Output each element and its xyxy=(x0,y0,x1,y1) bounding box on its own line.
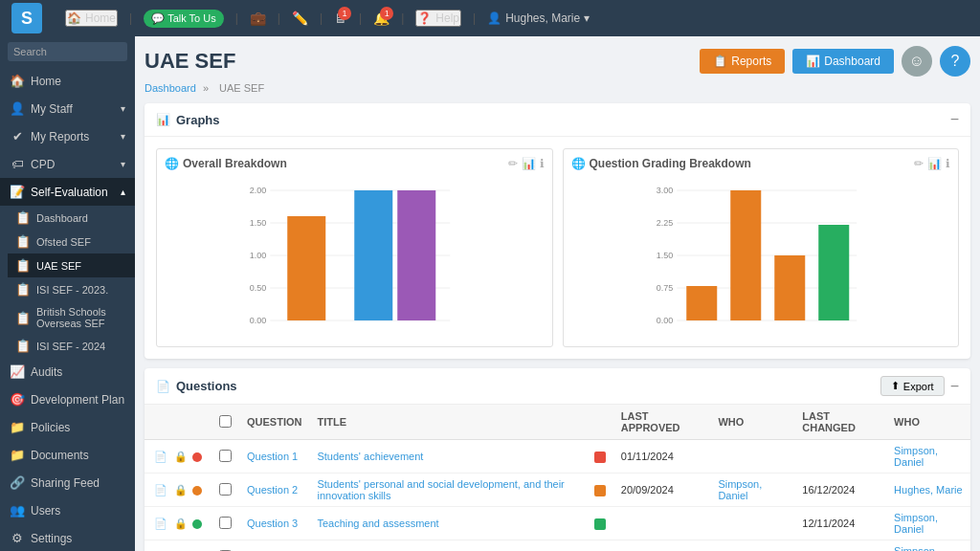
smiley-icon: ☺ xyxy=(909,53,924,70)
overall-chart-svg-container: 2.00 1.50 1.00 0.50 0.00 xyxy=(165,176,545,339)
policies-icon: 📁 xyxy=(10,420,25,434)
row-lock-icon-btn[interactable]: 🔒 xyxy=(172,484,189,496)
suitcase-icon-btn[interactable]: 💼 xyxy=(250,11,266,26)
row-title-link-q2[interactable]: Students' personal and social developmen… xyxy=(317,478,564,501)
row-file-icon-btn[interactable]: 📄 xyxy=(152,451,169,463)
sidebar-item-selfeval[interactable]: 📝 Self-Evaluation ▴ xyxy=(0,178,135,206)
home-sidebar-icon: 🏠 xyxy=(10,74,25,88)
row-lock-icon-btn[interactable]: 🔒 xyxy=(172,518,189,530)
row-question-cell: Question 1 xyxy=(239,440,309,474)
sidebar-item-audits[interactable]: 📈 Audits xyxy=(0,358,135,386)
export-button[interactable]: ⬆ Export xyxy=(880,376,945,396)
help-circle-button[interactable]: ? xyxy=(940,46,970,77)
row-question-cell: Question 2 xyxy=(239,474,309,507)
reports-toggle-icon: ▾ xyxy=(121,131,125,142)
select-all-checkbox[interactable] xyxy=(219,415,232,428)
row-who-changed-link-q2[interactable]: Hughes, Marie xyxy=(894,484,963,496)
sidebar-item-mystaff[interactable]: 👤 My Staff ▾ xyxy=(0,95,135,122)
row-file-icon-btn[interactable]: 📄 xyxy=(152,518,169,530)
sidebar-item-policies[interactable]: 📁 Policies xyxy=(0,413,135,441)
charts-row: 🌐 Overall Breakdown ✏ 📊 ℹ 2.00 xyxy=(145,137,970,359)
row-who-approved-cell xyxy=(710,440,794,474)
sidebar-item-ofsted[interactable]: 📋 Ofsted SEF xyxy=(8,230,135,253)
nav-sep-3: | xyxy=(278,11,280,25)
sidebar-item-cpd[interactable]: 🏷 CPD ▾ xyxy=(0,150,135,178)
export-icon: ⬆ xyxy=(891,380,900,392)
search-input[interactable] xyxy=(8,42,127,61)
graphs-collapse-button[interactable]: − xyxy=(950,111,959,128)
sidebar-selfeval-label: Self-Evaluation xyxy=(31,186,115,199)
help-icon: ❓ xyxy=(417,11,432,25)
sidebar-item-myreports[interactable]: ✔ My Reports ▾ xyxy=(0,122,135,150)
sidebar-item-isi2024[interactable]: 📋 ISI SEF - 2024 xyxy=(8,334,135,358)
grading-globe-icon: 🌐 xyxy=(571,157,586,170)
overall-edit-icon-btn[interactable]: ✏ xyxy=(508,157,518,170)
breadcrumb-dashboard[interactable]: Dashboard xyxy=(145,82,196,94)
row-question-link-q2[interactable]: Question 2 xyxy=(247,484,298,496)
row-checkbox-cell xyxy=(212,474,239,507)
sidebar-item-documents[interactable]: 📁 Documents xyxy=(0,441,135,469)
grading-info-icon-btn[interactable]: ℹ xyxy=(946,157,950,170)
smiley-button[interactable]: ☺ xyxy=(902,46,932,77)
row-status-dot xyxy=(192,452,202,462)
sidebar-item-devplan[interactable]: 🎯 Development Plan xyxy=(0,386,135,413)
sidebar-item-isi2023[interactable]: 📋 ISI SEF - 2023. xyxy=(8,277,135,301)
row-question-link-q3[interactable]: Question 3 xyxy=(247,518,298,529)
sidebar-sub-selfeval: 📋 Dashboard 📋 Ofsted SEF 📋 UAE SEF 📋 ISI… xyxy=(0,206,135,358)
cpd-toggle-icon: ▾ xyxy=(121,159,125,169)
row-checkbox-q1[interactable] xyxy=(219,450,232,462)
sidebar-item-uae-sef[interactable]: 📋 UAE SEF xyxy=(8,253,135,277)
row-last-changed-cell: 16/12/2024 xyxy=(794,474,886,507)
dashboard-button[interactable]: 📊 Dashboard xyxy=(792,49,894,74)
col-who-changed-header: WHO xyxy=(886,405,970,440)
home-icon: 🏠 xyxy=(67,11,81,25)
page-actions: 📋 Reports 📊 Dashboard ☺ ? xyxy=(700,46,970,77)
row-checkbox-q3[interactable] xyxy=(219,517,232,529)
row-status-dot xyxy=(192,486,202,496)
sidebar-item-home[interactable]: 🏠 Home xyxy=(0,67,135,95)
home-nav-link[interactable]: 🏠 Home xyxy=(65,10,118,27)
row-who-changed-link-q4[interactable]: Simpson, Daniel xyxy=(894,545,938,551)
pencil-icon-btn[interactable]: ✏️ xyxy=(292,11,308,26)
sidebar-devplan-label: Development Plan xyxy=(31,393,125,407)
help-link[interactable]: ❓ Help xyxy=(415,10,461,27)
row-checkbox-q2[interactable] xyxy=(219,483,232,496)
sidebar-item-dashboard-sub[interactable]: 📋 Dashboard xyxy=(8,206,135,230)
table-header-row: QUESTION TITLE LAST APPROVED WHO xyxy=(145,405,970,440)
devplan-icon: 🎯 xyxy=(10,392,25,407)
sidebar-item-users[interactable]: 👥 Users xyxy=(0,496,135,524)
row-who-approved-link-q2[interactable]: Simpson, Daniel xyxy=(718,478,762,501)
sidebar-item-settings[interactable]: ⚙ Settings xyxy=(0,524,135,551)
row-who-changed-link-q3[interactable]: Simpson, Daniel xyxy=(894,512,938,535)
row-title-link-q1[interactable]: Students' achievement xyxy=(317,451,423,462)
table-row: 📄 🔒 Question 4 Curriculum 17/06/2024 Sim… xyxy=(145,540,970,552)
overall-bar-icon-btn[interactable]: 📊 xyxy=(522,157,536,170)
sidebar-item-british[interactable]: 📋 British Schools Overseas SEF xyxy=(8,301,135,334)
overall-info-icon-btn[interactable]: ℹ xyxy=(540,157,545,170)
svg-text:2.00: 2.00 xyxy=(250,186,267,195)
talk-to-us-button[interactable]: 💬 Talk To Us xyxy=(144,10,224,28)
questions-collapse-button[interactable]: − xyxy=(950,378,959,395)
grading-bar-icon-btn[interactable]: 📊 xyxy=(927,157,942,170)
grading-chart-svg-container: 3.00 2.25 1.50 0.75 0.00 xyxy=(571,176,951,339)
row-who-approved-cell xyxy=(710,540,794,552)
user-menu-button[interactable]: 👤 Hughes, Marie ▾ xyxy=(487,11,590,25)
bell-badge: 1 xyxy=(380,7,393,20)
notification-icon-btn[interactable]: 🖥 1 xyxy=(334,11,347,26)
sidebar-ofsted-label: Ofsted SEF xyxy=(36,236,125,248)
staff-icon: 👤 xyxy=(10,101,25,116)
reports-button[interactable]: 📋 Reports xyxy=(700,49,785,74)
sidebar-item-sharing[interactable]: 🔗 Sharing Feed xyxy=(0,469,135,496)
content-area: UAE SEF 📋 Reports 📊 Dashboard ☺ ? D xyxy=(135,36,980,551)
row-who-changed-link-q1[interactable]: Simpson, Daniel xyxy=(894,445,938,468)
row-title-link-q3[interactable]: Teaching and assessment xyxy=(317,518,438,529)
grading-edit-icon-btn[interactable]: ✏ xyxy=(914,157,924,170)
sidebar-dashboard-sub-label: Dashboard xyxy=(36,212,125,224)
row-file-icon-btn[interactable]: 📄 xyxy=(152,484,169,496)
row-lock-icon-btn[interactable]: 🔒 xyxy=(172,451,189,463)
bell-icon-btn[interactable]: 🔔 1 xyxy=(373,11,390,26)
row-checkbox-cell xyxy=(212,540,239,552)
ofsted-icon: 📋 xyxy=(15,234,31,249)
row-question-link-q1[interactable]: Question 1 xyxy=(247,451,298,462)
audits-icon: 📈 xyxy=(10,364,25,379)
